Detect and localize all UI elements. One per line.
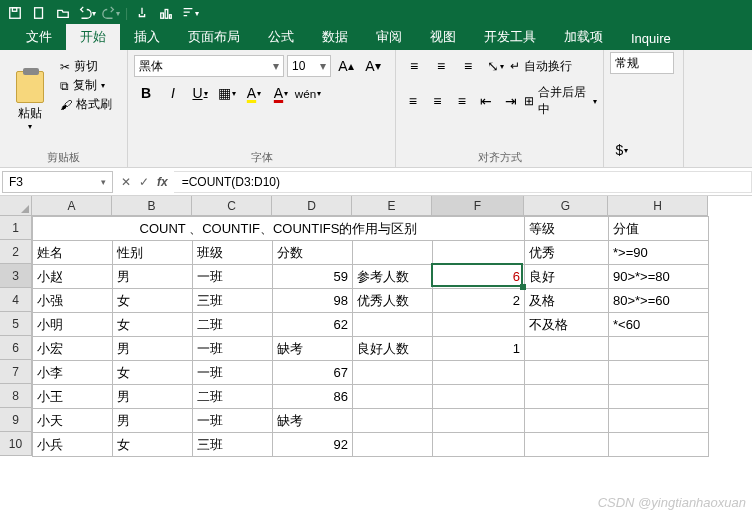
cell[interactable]: 参考人数 xyxy=(353,265,433,289)
cell[interactable]: 小天 xyxy=(33,409,113,433)
font-color-button[interactable]: A▾ xyxy=(269,81,293,105)
row-header-3[interactable]: 3 xyxy=(0,264,32,288)
cell[interactable]: 90>*>=80 xyxy=(609,265,709,289)
merge-center-button[interactable]: ⊞合并后居中▾ xyxy=(524,84,597,118)
fx-icon[interactable]: fx xyxy=(157,175,168,189)
cell[interactable]: 性别 xyxy=(113,241,193,265)
cell[interactable]: 二班 xyxy=(193,385,273,409)
col-header-D[interactable]: D xyxy=(272,196,352,216)
cell[interactable]: 二班 xyxy=(193,313,273,337)
cell[interactable]: 姓名 xyxy=(33,241,113,265)
cell[interactable]: 小宏 xyxy=(33,337,113,361)
cell[interactable]: 良好人数 xyxy=(353,337,433,361)
align-middle-icon[interactable]: ≡ xyxy=(429,54,453,78)
cell[interactable] xyxy=(609,409,709,433)
col-header-A[interactable]: A xyxy=(32,196,112,216)
fill-color-button[interactable]: A▾ xyxy=(242,81,266,105)
cell[interactable]: 分值 xyxy=(609,217,709,241)
accept-formula-icon[interactable]: ✓ xyxy=(139,175,149,189)
cell[interactable]: 班级 xyxy=(193,241,273,265)
cell[interactable]: *<60 xyxy=(609,313,709,337)
spreadsheet-grid[interactable]: ABCDEFGH12345678910COUNT 、COUNTIF、COUNTI… xyxy=(0,196,752,464)
cell[interactable]: 80>*>=60 xyxy=(609,289,709,313)
col-header-F[interactable]: F xyxy=(432,196,524,216)
tab-layout[interactable]: 页面布局 xyxy=(174,24,254,50)
col-header-C[interactable]: C xyxy=(192,196,272,216)
cell[interactable] xyxy=(609,433,709,457)
cell[interactable]: 优秀人数 xyxy=(353,289,433,313)
italic-button[interactable]: I xyxy=(161,81,185,105)
copy-button[interactable]: ⧉复制▾ xyxy=(60,77,112,94)
cell[interactable]: 男 xyxy=(113,337,193,361)
cell[interactable]: 92 xyxy=(273,433,353,457)
tab-inquire[interactable]: Inquire xyxy=(617,27,685,50)
cell[interactable] xyxy=(609,385,709,409)
col-header-B[interactable]: B xyxy=(112,196,192,216)
number-format-combo[interactable]: 常规 xyxy=(610,52,674,74)
cell[interactable]: 等级 xyxy=(525,217,609,241)
orientation-icon[interactable]: ⤡▾ xyxy=(483,54,507,78)
increase-indent-icon[interactable]: ⇥ xyxy=(500,89,521,113)
cell[interactable]: 女 xyxy=(113,361,193,385)
select-all-corner[interactable] xyxy=(0,196,32,216)
undo-icon[interactable]: ▾ xyxy=(76,2,98,24)
cell[interactable]: 缺考 xyxy=(273,409,353,433)
bold-button[interactable]: B xyxy=(134,81,158,105)
cell[interactable]: 小兵 xyxy=(33,433,113,457)
tab-data[interactable]: 数据 xyxy=(308,24,362,50)
cell[interactable]: 98 xyxy=(273,289,353,313)
cell[interactable]: 及格 xyxy=(525,289,609,313)
decrease-font-icon[interactable]: A▾ xyxy=(361,54,385,78)
merged-title-cell[interactable]: COUNT 、COUNTIF、COUNTIFS的作用与区别 xyxy=(33,217,525,241)
format-painter-button[interactable]: 🖌格式刷 xyxy=(60,96,112,113)
redo-icon[interactable]: ▾ xyxy=(100,2,122,24)
cell[interactable]: 62 xyxy=(273,313,353,337)
cell[interactable]: 59 xyxy=(273,265,353,289)
row-header-4[interactable]: 4 xyxy=(0,288,32,312)
row-header-9[interactable]: 9 xyxy=(0,408,32,432)
cell[interactable] xyxy=(525,385,609,409)
cell[interactable] xyxy=(353,241,433,265)
cell[interactable] xyxy=(525,409,609,433)
align-center-icon[interactable]: ≡ xyxy=(426,89,447,113)
col-header-E[interactable]: E xyxy=(352,196,432,216)
cell[interactable]: 三班 xyxy=(193,433,273,457)
align-right-icon[interactable]: ≡ xyxy=(451,89,472,113)
formula-input[interactable]: =COUNT(D3:D10) xyxy=(174,171,752,193)
col-header-G[interactable]: G xyxy=(524,196,608,216)
sort-icon[interactable]: ▾ xyxy=(179,2,201,24)
wrap-text-button[interactable]: ↵自动换行 xyxy=(510,58,572,75)
tab-formulas[interactable]: 公式 xyxy=(254,24,308,50)
cell[interactable]: 女 xyxy=(113,433,193,457)
paste-button[interactable]: 粘贴 ▾ xyxy=(6,54,54,148)
row-header-7[interactable]: 7 xyxy=(0,360,32,384)
decrease-indent-icon[interactable]: ⇤ xyxy=(475,89,496,113)
cell[interactable] xyxy=(433,241,525,265)
cell[interactable] xyxy=(433,313,525,337)
align-bottom-icon[interactable]: ≡ xyxy=(456,54,480,78)
cell[interactable]: 不及格 xyxy=(525,313,609,337)
tab-home[interactable]: 开始 xyxy=(66,24,120,50)
cell[interactable]: 优秀 xyxy=(525,241,609,265)
tab-view[interactable]: 视图 xyxy=(416,24,470,50)
cell[interactable]: 小强 xyxy=(33,289,113,313)
cut-button[interactable]: ✂剪切 xyxy=(60,58,112,75)
cell[interactable]: 67 xyxy=(273,361,353,385)
row-header-5[interactable]: 5 xyxy=(0,312,32,336)
cell[interactable] xyxy=(433,409,525,433)
cell[interactable]: 小李 xyxy=(33,361,113,385)
touch-mode-icon[interactable] xyxy=(131,2,153,24)
cell[interactable]: 小王 xyxy=(33,385,113,409)
cell[interactable]: 1 xyxy=(433,337,525,361)
row-header-6[interactable]: 6 xyxy=(0,336,32,360)
open-file-icon[interactable] xyxy=(52,2,74,24)
cell[interactable]: 三班 xyxy=(193,289,273,313)
cell[interactable]: 女 xyxy=(113,289,193,313)
tab-review[interactable]: 审阅 xyxy=(362,24,416,50)
font-size-combo[interactable]: 10▾ xyxy=(287,55,331,77)
cell[interactable] xyxy=(525,433,609,457)
cell[interactable] xyxy=(433,385,525,409)
cell[interactable]: 男 xyxy=(113,265,193,289)
cell[interactable]: 6 xyxy=(433,265,525,289)
row-header-2[interactable]: 2 xyxy=(0,240,32,264)
